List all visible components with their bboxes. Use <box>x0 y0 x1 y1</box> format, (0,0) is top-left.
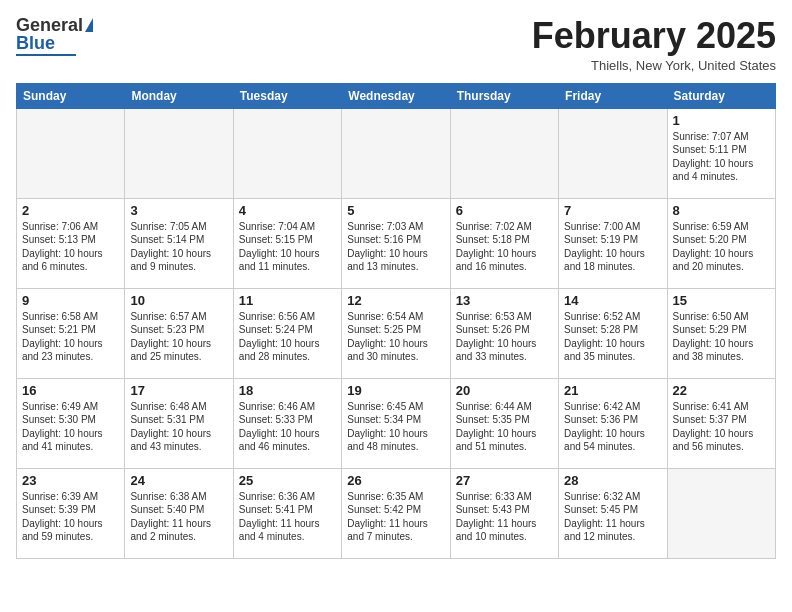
calendar-cell <box>667 468 775 558</box>
day-number: 21 <box>564 383 661 398</box>
calendar-cell: 11Sunrise: 6:56 AM Sunset: 5:24 PM Dayli… <box>233 288 341 378</box>
day-info: Sunrise: 6:42 AM Sunset: 5:36 PM Dayligh… <box>564 400 661 454</box>
month-title: February 2025 <box>532 16 776 56</box>
weekday-header-saturday: Saturday <box>667 83 775 108</box>
day-number: 28 <box>564 473 661 488</box>
logo-underline <box>16 54 76 56</box>
day-info: Sunrise: 6:52 AM Sunset: 5:28 PM Dayligh… <box>564 310 661 364</box>
day-number: 11 <box>239 293 336 308</box>
calendar-cell: 27Sunrise: 6:33 AM Sunset: 5:43 PM Dayli… <box>450 468 558 558</box>
day-info: Sunrise: 7:00 AM Sunset: 5:19 PM Dayligh… <box>564 220 661 274</box>
calendar-week-row: 16Sunrise: 6:49 AM Sunset: 5:30 PM Dayli… <box>17 378 776 468</box>
day-number: 19 <box>347 383 444 398</box>
day-number: 16 <box>22 383 119 398</box>
calendar-cell <box>233 108 341 198</box>
day-info: Sunrise: 7:02 AM Sunset: 5:18 PM Dayligh… <box>456 220 553 274</box>
day-info: Sunrise: 7:03 AM Sunset: 5:16 PM Dayligh… <box>347 220 444 274</box>
day-number: 3 <box>130 203 227 218</box>
day-number: 4 <box>239 203 336 218</box>
day-info: Sunrise: 6:57 AM Sunset: 5:23 PM Dayligh… <box>130 310 227 364</box>
calendar-cell: 28Sunrise: 6:32 AM Sunset: 5:45 PM Dayli… <box>559 468 667 558</box>
weekday-header-tuesday: Tuesday <box>233 83 341 108</box>
day-info: Sunrise: 6:46 AM Sunset: 5:33 PM Dayligh… <box>239 400 336 454</box>
calendar-cell: 15Sunrise: 6:50 AM Sunset: 5:29 PM Dayli… <box>667 288 775 378</box>
day-number: 20 <box>456 383 553 398</box>
calendar-cell: 12Sunrise: 6:54 AM Sunset: 5:25 PM Dayli… <box>342 288 450 378</box>
weekday-header-sunday: Sunday <box>17 83 125 108</box>
weekday-header-thursday: Thursday <box>450 83 558 108</box>
calendar-cell: 19Sunrise: 6:45 AM Sunset: 5:34 PM Dayli… <box>342 378 450 468</box>
day-info: Sunrise: 6:50 AM Sunset: 5:29 PM Dayligh… <box>673 310 770 364</box>
calendar-week-row: 2Sunrise: 7:06 AM Sunset: 5:13 PM Daylig… <box>17 198 776 288</box>
logo-triangle-icon <box>85 18 93 32</box>
weekday-header-wednesday: Wednesday <box>342 83 450 108</box>
day-number: 12 <box>347 293 444 308</box>
calendar-cell: 14Sunrise: 6:52 AM Sunset: 5:28 PM Dayli… <box>559 288 667 378</box>
calendar-cell <box>559 108 667 198</box>
day-info: Sunrise: 7:05 AM Sunset: 5:14 PM Dayligh… <box>130 220 227 274</box>
calendar-week-row: 23Sunrise: 6:39 AM Sunset: 5:39 PM Dayli… <box>17 468 776 558</box>
day-info: Sunrise: 6:54 AM Sunset: 5:25 PM Dayligh… <box>347 310 444 364</box>
day-number: 1 <box>673 113 770 128</box>
day-number: 26 <box>347 473 444 488</box>
day-info: Sunrise: 6:33 AM Sunset: 5:43 PM Dayligh… <box>456 490 553 544</box>
day-info: Sunrise: 6:32 AM Sunset: 5:45 PM Dayligh… <box>564 490 661 544</box>
day-number: 24 <box>130 473 227 488</box>
calendar-cell: 16Sunrise: 6:49 AM Sunset: 5:30 PM Dayli… <box>17 378 125 468</box>
calendar-cell: 18Sunrise: 6:46 AM Sunset: 5:33 PM Dayli… <box>233 378 341 468</box>
day-number: 2 <box>22 203 119 218</box>
logo-general-text: General <box>16 16 83 34</box>
day-info: Sunrise: 6:49 AM Sunset: 5:30 PM Dayligh… <box>22 400 119 454</box>
day-info: Sunrise: 7:06 AM Sunset: 5:13 PM Dayligh… <box>22 220 119 274</box>
day-info: Sunrise: 6:58 AM Sunset: 5:21 PM Dayligh… <box>22 310 119 364</box>
page: General Blue February 2025 Thiells, New … <box>0 0 792 567</box>
calendar-week-row: 9Sunrise: 6:58 AM Sunset: 5:21 PM Daylig… <box>17 288 776 378</box>
day-info: Sunrise: 6:44 AM Sunset: 5:35 PM Dayligh… <box>456 400 553 454</box>
calendar-cell: 8Sunrise: 6:59 AM Sunset: 5:20 PM Daylig… <box>667 198 775 288</box>
calendar-cell <box>17 108 125 198</box>
calendar-table: SundayMondayTuesdayWednesdayThursdayFrid… <box>16 83 776 559</box>
day-info: Sunrise: 6:45 AM Sunset: 5:34 PM Dayligh… <box>347 400 444 454</box>
day-info: Sunrise: 6:35 AM Sunset: 5:42 PM Dayligh… <box>347 490 444 544</box>
day-info: Sunrise: 6:56 AM Sunset: 5:24 PM Dayligh… <box>239 310 336 364</box>
day-number: 10 <box>130 293 227 308</box>
day-number: 23 <box>22 473 119 488</box>
calendar-cell: 1Sunrise: 7:07 AM Sunset: 5:11 PM Daylig… <box>667 108 775 198</box>
calendar-cell: 3Sunrise: 7:05 AM Sunset: 5:14 PM Daylig… <box>125 198 233 288</box>
calendar-cell: 23Sunrise: 6:39 AM Sunset: 5:39 PM Dayli… <box>17 468 125 558</box>
day-info: Sunrise: 6:41 AM Sunset: 5:37 PM Dayligh… <box>673 400 770 454</box>
weekday-header-friday: Friday <box>559 83 667 108</box>
day-info: Sunrise: 6:38 AM Sunset: 5:40 PM Dayligh… <box>130 490 227 544</box>
calendar-cell: 10Sunrise: 6:57 AM Sunset: 5:23 PM Dayli… <box>125 288 233 378</box>
day-info: Sunrise: 6:53 AM Sunset: 5:26 PM Dayligh… <box>456 310 553 364</box>
calendar-cell: 20Sunrise: 6:44 AM Sunset: 5:35 PM Dayli… <box>450 378 558 468</box>
calendar-cell: 17Sunrise: 6:48 AM Sunset: 5:31 PM Dayli… <box>125 378 233 468</box>
calendar-cell <box>125 108 233 198</box>
calendar-cell: 13Sunrise: 6:53 AM Sunset: 5:26 PM Dayli… <box>450 288 558 378</box>
calendar-cell: 4Sunrise: 7:04 AM Sunset: 5:15 PM Daylig… <box>233 198 341 288</box>
calendar-cell: 25Sunrise: 6:36 AM Sunset: 5:41 PM Dayli… <box>233 468 341 558</box>
logo: General Blue <box>16 16 93 56</box>
day-number: 13 <box>456 293 553 308</box>
day-info: Sunrise: 6:59 AM Sunset: 5:20 PM Dayligh… <box>673 220 770 274</box>
calendar-cell: 5Sunrise: 7:03 AM Sunset: 5:16 PM Daylig… <box>342 198 450 288</box>
location: Thiells, New York, United States <box>532 58 776 73</box>
calendar-cell <box>450 108 558 198</box>
calendar-cell: 22Sunrise: 6:41 AM Sunset: 5:37 PM Dayli… <box>667 378 775 468</box>
calendar-cell: 6Sunrise: 7:02 AM Sunset: 5:18 PM Daylig… <box>450 198 558 288</box>
day-number: 5 <box>347 203 444 218</box>
calendar-cell: 9Sunrise: 6:58 AM Sunset: 5:21 PM Daylig… <box>17 288 125 378</box>
day-number: 6 <box>456 203 553 218</box>
day-number: 18 <box>239 383 336 398</box>
calendar-cell: 7Sunrise: 7:00 AM Sunset: 5:19 PM Daylig… <box>559 198 667 288</box>
day-number: 22 <box>673 383 770 398</box>
header: General Blue February 2025 Thiells, New … <box>16 16 776 73</box>
calendar-week-row: 1Sunrise: 7:07 AM Sunset: 5:11 PM Daylig… <box>17 108 776 198</box>
day-info: Sunrise: 7:04 AM Sunset: 5:15 PM Dayligh… <box>239 220 336 274</box>
title-area: February 2025 Thiells, New York, United … <box>532 16 776 73</box>
day-number: 14 <box>564 293 661 308</box>
day-number: 27 <box>456 473 553 488</box>
calendar-cell: 21Sunrise: 6:42 AM Sunset: 5:36 PM Dayli… <box>559 378 667 468</box>
day-number: 25 <box>239 473 336 488</box>
day-info: Sunrise: 6:36 AM Sunset: 5:41 PM Dayligh… <box>239 490 336 544</box>
